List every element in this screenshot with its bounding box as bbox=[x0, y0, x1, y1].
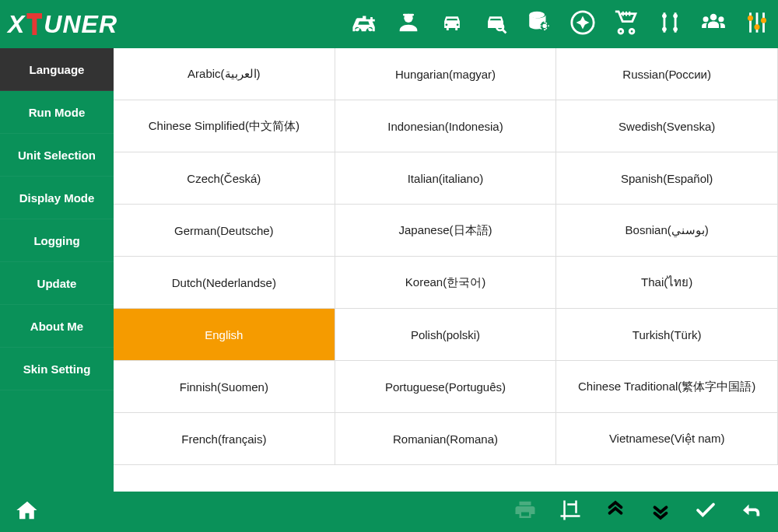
print-icon[interactable] bbox=[513, 499, 537, 525]
tools-icon[interactable] bbox=[657, 9, 683, 39]
language-option[interactable]: German(Deutsche) bbox=[114, 205, 335, 257]
cart-icon[interactable] bbox=[613, 9, 640, 39]
language-option[interactable]: Finnish(Suomen) bbox=[114, 361, 335, 413]
language-option[interactable]: Arabic(العربية) bbox=[114, 48, 335, 100]
sidebar-item-skin-setting[interactable]: Skin Setting bbox=[0, 348, 114, 390]
svg-point-11 bbox=[703, 16, 709, 22]
language-option[interactable]: Turkish(Türk) bbox=[556, 309, 778, 361]
language-option[interactable]: Polish(polski) bbox=[335, 309, 557, 361]
svg-point-7 bbox=[673, 14, 678, 19]
car-doctor-icon[interactable] bbox=[352, 9, 378, 39]
language-option[interactable]: Hungarian(magyar) bbox=[335, 48, 557, 100]
sidebar-item-run-mode[interactable]: Run Mode bbox=[0, 91, 114, 134]
language-option[interactable]: Italian(italiano) bbox=[335, 152, 557, 205]
car-search-icon[interactable] bbox=[482, 9, 509, 39]
expand-icon[interactable] bbox=[649, 499, 672, 525]
language-option[interactable]: Chinese Simplified(中文简体) bbox=[114, 100, 335, 152]
logo: X UNER bbox=[8, 10, 117, 39]
group-icon[interactable] bbox=[700, 9, 727, 39]
footer bbox=[0, 492, 778, 532]
svg-point-4 bbox=[542, 23, 547, 28]
home-icon[interactable] bbox=[16, 499, 39, 525]
language-option[interactable]: Korean(한국어) bbox=[335, 257, 557, 309]
svg-point-10 bbox=[710, 14, 717, 21]
language-option[interactable]: Thai(ไทย) bbox=[556, 257, 778, 309]
language-option[interactable]: Portuguese(Português) bbox=[335, 361, 557, 413]
language-option[interactable]: Romanian(Romana) bbox=[335, 413, 557, 465]
language-option[interactable]: Bosnian(بوسني) bbox=[556, 205, 778, 257]
language-option[interactable]: Indonesian(Indonesia) bbox=[335, 100, 557, 152]
svg-point-8 bbox=[662, 27, 667, 32]
sidebar-item-logging[interactable]: Logging bbox=[0, 219, 114, 262]
logo-t-icon bbox=[26, 13, 42, 35]
car-icon[interactable] bbox=[439, 9, 465, 39]
sidebar-item-unit-selection[interactable]: Unit Selection bbox=[0, 134, 114, 177]
language-option[interactable]: Czech(Česká) bbox=[114, 152, 335, 205]
svg-point-14 bbox=[754, 24, 759, 30]
svg-rect-1 bbox=[403, 14, 414, 16]
svg-point-12 bbox=[718, 16, 724, 22]
svg-point-13 bbox=[748, 16, 753, 21]
main-content: Arabic(العربية)Hungarian(magyar)Russian(… bbox=[114, 48, 778, 492]
compass-icon[interactable] bbox=[569, 9, 596, 39]
body: LanguageRun ModeUnit SelectionDisplay Mo… bbox=[0, 48, 778, 492]
svg-point-9 bbox=[673, 27, 678, 32]
sidebar-item-about-me[interactable]: About Me bbox=[0, 305, 114, 348]
sidebar-item-language[interactable]: Language bbox=[0, 48, 114, 91]
language-option[interactable]: Chinese Traditional(繁体字中国語) bbox=[556, 361, 778, 413]
language-option[interactable]: Vietnamese(Việt nam) bbox=[556, 413, 778, 465]
footer-right bbox=[513, 499, 762, 525]
language-option[interactable]: Spanish(Español) bbox=[556, 152, 778, 205]
language-option[interactable]: Swedish(Svenska) bbox=[556, 100, 778, 152]
logo-rest: UNER bbox=[44, 10, 117, 39]
svg-point-6 bbox=[662, 14, 667, 19]
svg-point-15 bbox=[761, 18, 766, 23]
database-settings-icon[interactable] bbox=[526, 9, 552, 39]
language-option[interactable]: English bbox=[114, 309, 335, 361]
footer-left bbox=[16, 499, 39, 525]
sidebar-item-display-mode[interactable]: Display Mode bbox=[0, 177, 114, 219]
logo-x: X bbox=[8, 10, 25, 39]
language-option[interactable]: Dutch(Nederlandse) bbox=[114, 257, 335, 309]
check-icon[interactable] bbox=[694, 499, 717, 525]
back-icon[interactable] bbox=[739, 499, 762, 525]
sidebar: LanguageRun ModeUnit SelectionDisplay Mo… bbox=[0, 48, 114, 492]
language-option[interactable]: Japanese(日本語) bbox=[335, 205, 557, 257]
language-option[interactable]: Russian(России) bbox=[556, 48, 778, 100]
sliders-icon[interactable] bbox=[744, 9, 770, 39]
sidebar-item-update[interactable]: Update bbox=[0, 262, 114, 305]
header: X UNER bbox=[0, 0, 778, 48]
crop-icon[interactable] bbox=[559, 499, 582, 525]
header-icons bbox=[352, 9, 770, 39]
driver-icon[interactable] bbox=[395, 9, 422, 39]
language-option[interactable]: French(français) bbox=[114, 413, 335, 465]
language-grid: Arabic(العربية)Hungarian(magyar)Russian(… bbox=[114, 48, 778, 465]
collapse-icon[interactable] bbox=[604, 499, 627, 525]
